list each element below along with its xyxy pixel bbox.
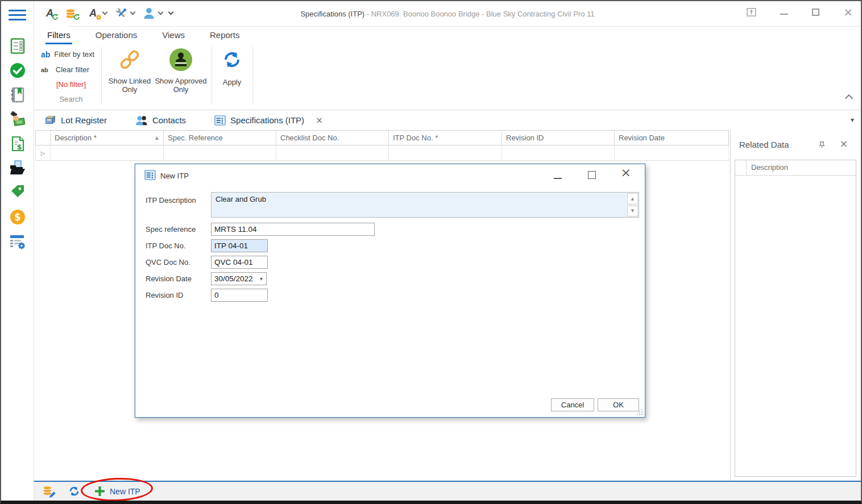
itp-doc-no-input[interactable] bbox=[211, 239, 268, 252]
apply-button[interactable]: Apply bbox=[215, 47, 249, 86]
minimize-icon bbox=[554, 178, 562, 179]
related-header-selector bbox=[735, 160, 747, 175]
ok-button[interactable]: OK bbox=[598, 398, 639, 411]
ribbon-tab-operations[interactable]: Operations bbox=[94, 27, 139, 44]
related-column-description[interactable]: Description bbox=[747, 160, 788, 175]
itp-description-value[interactable]: Clear and Grub bbox=[212, 193, 627, 217]
maximize-icon bbox=[588, 171, 596, 179]
database-edit-icon bbox=[42, 485, 56, 498]
spin-up-button[interactable]: ▲ bbox=[627, 193, 638, 205]
hamburger-menu-icon[interactable] bbox=[9, 10, 26, 23]
revision-date-value: 30/05/2022 bbox=[214, 274, 253, 283]
cell-itp-doc-no bbox=[389, 145, 502, 160]
cell-revision-id bbox=[502, 145, 615, 160]
ab-eraser-icon: ab bbox=[41, 66, 48, 73]
plus-icon bbox=[94, 485, 106, 497]
itp-description-label: ITP Description bbox=[146, 194, 196, 207]
dialog-close-button[interactable]: × bbox=[621, 168, 631, 178]
ribbon-tab-reports[interactable]: Reports bbox=[208, 27, 242, 44]
show-approved-only-button[interactable]: Show Approved Only bbox=[154, 47, 208, 94]
show-linked-only-button[interactable]: Show Linked Only bbox=[107, 47, 152, 94]
tag-icon[interactable] bbox=[9, 184, 26, 201]
revision-id-input[interactable] bbox=[211, 289, 268, 302]
edit-data-button[interactable] bbox=[42, 485, 56, 498]
ribbon-tab-views[interactable]: Views bbox=[160, 27, 187, 44]
resize-grip[interactable] bbox=[636, 409, 643, 415]
maximize-button[interactable] bbox=[812, 7, 819, 17]
clear-filter-label: Clear filter bbox=[56, 65, 89, 74]
refresh-button[interactable] bbox=[68, 485, 80, 497]
separator bbox=[252, 47, 253, 105]
minimize-icon bbox=[780, 14, 788, 15]
grid-new-row[interactable]: ▷ bbox=[35, 145, 729, 161]
dialog-title: New ITP bbox=[160, 172, 189, 180]
tab-contacts-label: Contacts bbox=[152, 115, 186, 125]
filter-by-text-button[interactable]: ab Filter by text bbox=[41, 47, 101, 62]
dialog-maximize-button[interactable] bbox=[588, 170, 596, 180]
row-marker-icon: ▷ bbox=[36, 145, 51, 160]
revision-date-combo[interactable]: 30/05/2022 ▾ bbox=[211, 272, 267, 285]
specifications-form-icon bbox=[214, 115, 226, 126]
spin-down-button[interactable]: ▼ bbox=[627, 206, 638, 217]
minimize-button[interactable] bbox=[780, 7, 788, 17]
ribbon: Filters Operations Views Reports ab Filt… bbox=[34, 27, 861, 110]
related-table-header: Description bbox=[735, 160, 856, 176]
titlebar: A A bbox=[34, 1, 861, 27]
payment-hand-icon[interactable] bbox=[9, 111, 26, 128]
cell-checklist-doc-no bbox=[276, 145, 389, 160]
related-data-panel: Related Data × Description bbox=[730, 130, 859, 481]
search-group: ab Filter by text ab Clear filter [No fi… bbox=[41, 47, 101, 103]
close-icon: × bbox=[843, 7, 853, 16]
table-settings-icon[interactable] bbox=[9, 233, 26, 250]
column-header-revision-id[interactable]: Revision ID bbox=[502, 131, 615, 145]
column-header-revision-date[interactable]: Revision Date bbox=[615, 131, 728, 145]
svg-text:$: $ bbox=[16, 143, 22, 151]
contacts-icon bbox=[135, 115, 148, 126]
close-button[interactable]: × bbox=[843, 7, 853, 17]
specifications-grid: Description * ▲ Spec. Reference Checklis… bbox=[35, 130, 729, 161]
grid-header-selector bbox=[36, 131, 51, 145]
tab-list-dropdown-icon[interactable]: ▾ bbox=[851, 116, 854, 124]
ribbon-display-options-button[interactable] bbox=[747, 7, 756, 17]
documents-folder-icon[interactable] bbox=[9, 160, 26, 177]
tab-specifications-itp[interactable]: Specifications (ITP) × bbox=[214, 115, 323, 126]
tab-close-icon[interactable]: × bbox=[316, 115, 323, 126]
cancel-button[interactable]: Cancel bbox=[551, 398, 594, 411]
journal-book-icon[interactable] bbox=[9, 86, 26, 103]
ribbon-tab-filters[interactable]: Filters bbox=[45, 27, 72, 44]
tab-lot-register-label: Lot Register bbox=[61, 115, 107, 125]
cell-description bbox=[51, 145, 164, 160]
svg-text:$: $ bbox=[14, 211, 21, 223]
apply-label: Apply bbox=[223, 78, 242, 86]
checklist-clipboard-icon[interactable] bbox=[9, 38, 26, 55]
refresh-icon bbox=[68, 485, 80, 497]
collapse-ribbon-chevron-icon[interactable] bbox=[845, 94, 853, 102]
dialog-minimize-button[interactable] bbox=[554, 171, 562, 181]
cell-revision-date bbox=[615, 145, 728, 160]
pin-icon[interactable] bbox=[818, 140, 826, 151]
new-itp-button[interactable]: New ITP bbox=[94, 485, 140, 497]
search-group-label: Search bbox=[41, 95, 101, 103]
related-close-icon[interactable]: × bbox=[840, 138, 848, 149]
spec-reference-input[interactable] bbox=[211, 223, 375, 236]
tab-specifications-itp-label: Specifications (ITP) bbox=[230, 115, 304, 125]
new-itp-dialog: New ITP × ITP Description Clear and Grub… bbox=[135, 164, 645, 418]
clear-filter-button[interactable]: ab Clear filter bbox=[41, 62, 101, 77]
column-header-itp-doc-no[interactable]: ITP Doc No. * bbox=[389, 131, 502, 145]
column-header-checklist-doc-no[interactable]: Checklist Doc No. bbox=[276, 131, 389, 145]
app-window: $ $ A bbox=[0, 0, 862, 504]
approve-check-icon[interactable] bbox=[9, 62, 26, 79]
dock-window-icon bbox=[747, 8, 756, 16]
tab-lot-register[interactable]: Lot Register bbox=[44, 114, 107, 126]
statusbar: New ITP bbox=[34, 481, 861, 501]
column-header-spec-reference[interactable]: Spec. Reference bbox=[164, 131, 276, 145]
qvc-doc-no-input[interactable] bbox=[211, 256, 268, 269]
show-linked-only-label: Show Linked Only bbox=[107, 77, 152, 94]
cost-document-icon[interactable]: $ bbox=[9, 135, 26, 152]
itp-description-field[interactable]: Clear and Grub ▲ ▼ bbox=[211, 192, 639, 218]
spec-reference-label: Spec reference bbox=[146, 223, 196, 236]
column-header-description[interactable]: Description * ▲ bbox=[51, 131, 164, 145]
stamp-icon bbox=[168, 47, 193, 74]
tab-contacts[interactable]: Contacts bbox=[135, 115, 186, 126]
dollar-circle-icon[interactable]: $ bbox=[9, 209, 26, 226]
